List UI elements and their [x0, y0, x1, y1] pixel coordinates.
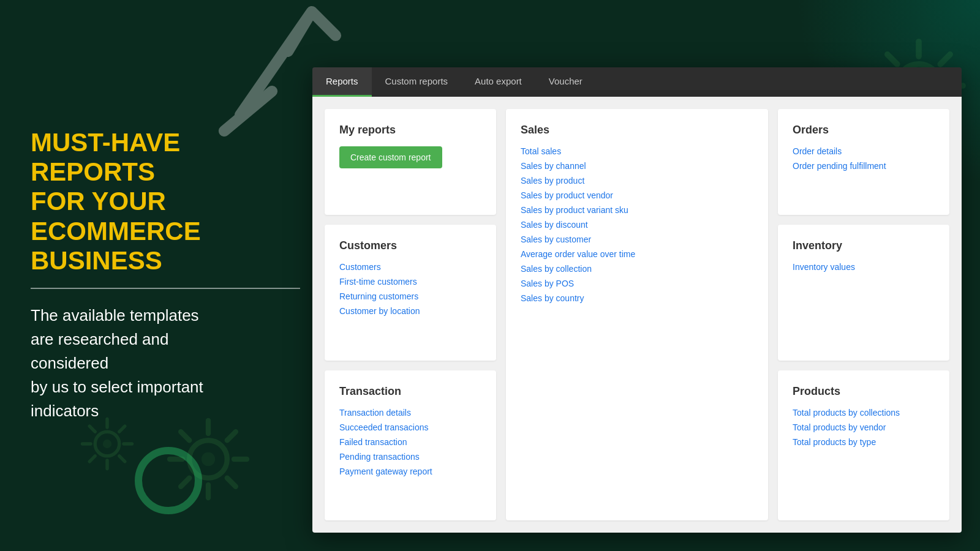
link-sales-by-product-variant-sku[interactable]: Sales by product variant sku: [521, 205, 753, 215]
orders-title: Orders: [793, 124, 935, 137]
orders-card: Orders Order details Order pending fulfi…: [778, 109, 949, 215]
link-sales-by-channel[interactable]: Sales by channel: [521, 161, 753, 171]
link-sales-by-pos[interactable]: Sales by POS: [521, 279, 753, 288]
my-reports-title: My reports: [339, 124, 481, 137]
tab-custom-reports[interactable]: Custom reports: [372, 67, 462, 97]
headline: MUST-HAVE REPORTS FOR YOUR ECOMMERCE BUS…: [31, 128, 282, 276]
link-inventory-values[interactable]: Inventory values: [793, 262, 935, 272]
link-customers[interactable]: Customers: [339, 262, 481, 272]
link-sales-by-product[interactable]: Sales by product: [521, 176, 753, 186]
svg-line-28: [940, 54, 950, 64]
link-sales-by-customer[interactable]: Sales by customer: [521, 234, 753, 244]
link-total-products-by-collections[interactable]: Total products by collections: [793, 408, 935, 418]
sales-title: Sales: [521, 124, 753, 137]
link-transaction-details[interactable]: Transaction details: [339, 408, 481, 418]
subtext: The available templates are researched a…: [31, 304, 282, 423]
link-failed-transaction[interactable]: Failed transaction: [339, 437, 481, 447]
transaction-card: Transaction Transaction details Succeede…: [325, 370, 496, 520]
link-total-products-by-type[interactable]: Total products by type: [793, 437, 935, 447]
link-total-products-by-vendor[interactable]: Total products by vendor: [793, 422, 935, 432]
link-pending-transactions[interactable]: Pending transactions: [339, 452, 481, 462]
customers-card: Customers Customers First-time customers…: [325, 225, 496, 360]
inventory-card: Inventory Inventory values: [778, 225, 949, 360]
link-first-time-customers[interactable]: First-time customers: [339, 277, 481, 287]
svg-line-26: [888, 54, 897, 64]
divider: [31, 288, 300, 289]
link-average-order-value[interactable]: Average order value over time: [521, 249, 753, 259]
link-sales-by-collection[interactable]: Sales by collection: [521, 264, 753, 274]
create-custom-report-button[interactable]: Create custom report: [339, 146, 442, 168]
tab-auto-export[interactable]: Auto export: [461, 67, 535, 97]
inventory-title: Inventory: [793, 239, 935, 252]
link-order-pending-fulfillment[interactable]: Order pending fulfillment: [793, 161, 935, 171]
link-succeeded-transactions[interactable]: Succeeded transacions: [339, 422, 481, 432]
tab-bar: Reports Custom reports Auto export Vouch…: [312, 67, 962, 97]
left-panel: MUST-HAVE REPORTS FOR YOUR ECOMMERCE BUS…: [0, 0, 312, 551]
app-container: Reports Custom reports Auto export Vouch…: [312, 67, 962, 533]
link-returning-customers[interactable]: Returning customers: [339, 291, 481, 301]
link-sales-by-discount[interactable]: Sales by discount: [521, 220, 753, 230]
customers-title: Customers: [339, 239, 481, 252]
sales-card: Sales Total sales Sales by channel Sales…: [506, 109, 768, 520]
link-sales-by-product-vendor[interactable]: Sales by product vendor: [521, 190, 753, 200]
link-payment-gateway-report[interactable]: Payment gateway report: [339, 467, 481, 476]
content-area: My reports Create custom report Customer…: [312, 97, 962, 533]
link-total-sales[interactable]: Total sales: [521, 146, 753, 156]
my-reports-card: My reports Create custom report: [325, 109, 496, 215]
link-sales-by-country[interactable]: Sales by country: [521, 293, 753, 303]
tab-voucher[interactable]: Voucher: [535, 67, 596, 97]
tab-reports[interactable]: Reports: [312, 67, 372, 97]
link-customer-by-location[interactable]: Customer by location: [339, 306, 481, 316]
products-card: Products Total products by collections T…: [778, 370, 949, 520]
products-title: Products: [793, 385, 935, 398]
transaction-title: Transaction: [339, 385, 481, 398]
link-order-details[interactable]: Order details: [793, 146, 935, 156]
